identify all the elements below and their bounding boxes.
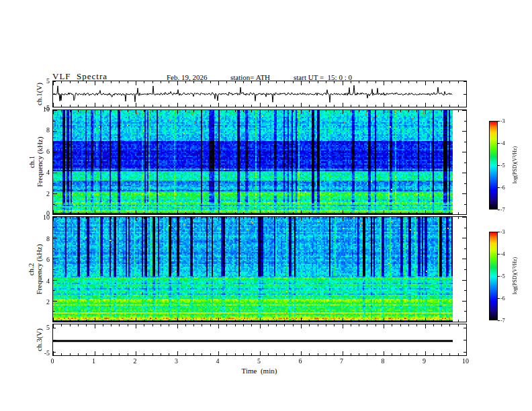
tick-mark	[111, 212, 112, 214]
tick-mark	[251, 353, 252, 355]
tick-mark	[53, 110, 57, 111]
tick-mark	[128, 212, 128, 214]
tick-mark	[95, 110, 95, 114]
tick-mark	[359, 353, 359, 355]
tick-mark	[70, 110, 71, 112]
colorbar-2-unit-label: log(PSD)(V²/Hz)	[512, 253, 518, 300]
tick-mark	[334, 81, 335, 83]
tick-mark	[293, 110, 294, 112]
tick-mark	[78, 320, 79, 322]
tick-mark	[449, 81, 450, 83]
tick-mark	[343, 81, 343, 85]
tick-mark	[464, 163, 466, 163]
tick-mark	[78, 353, 79, 355]
tick-mark	[202, 105, 202, 107]
tick-mark	[441, 110, 442, 112]
ch1-spectrogram-canvas	[53, 110, 453, 214]
x-tick-label: 9	[414, 357, 435, 365]
tick-mark	[193, 212, 194, 214]
tick-mark	[301, 210, 302, 214]
tick-mark	[400, 320, 401, 322]
tick-mark	[161, 212, 161, 214]
tick-mark	[53, 214, 57, 215]
tick-mark	[70, 320, 71, 322]
ch3-waveform-panel	[52, 324, 467, 356]
tick-mark	[185, 353, 186, 355]
tick-mark	[326, 105, 326, 107]
tick-mark	[161, 105, 161, 107]
tick-mark	[284, 217, 285, 219]
tick-mark	[464, 290, 466, 291]
tick-mark	[95, 318, 95, 322]
tick-mark	[218, 351, 219, 355]
tick-mark	[111, 353, 112, 355]
tick-mark	[384, 324, 384, 328]
x-tick-label: 3	[167, 357, 187, 365]
tick-mark	[425, 110, 426, 114]
tick-mark	[498, 210, 500, 210]
tick-mark	[61, 105, 62, 107]
tick-mark	[161, 324, 161, 326]
colorbar-tick-label: -5	[500, 163, 505, 169]
colorbar-tick-label: -4	[500, 251, 505, 257]
tick-mark	[463, 328, 466, 328]
tick-mark	[243, 212, 244, 214]
tick-mark	[70, 81, 71, 83]
tick-mark	[103, 110, 103, 112]
tick-mark	[384, 110, 384, 114]
spec1-y-tick-label: 2	[35, 190, 50, 197]
tick-mark	[243, 110, 244, 112]
tick-mark	[449, 212, 450, 214]
tick-mark	[464, 311, 466, 312]
tick-mark	[268, 81, 269, 83]
tick-mark	[284, 81, 285, 83]
tick-mark	[111, 320, 112, 322]
tick-mark	[218, 217, 219, 221]
tick-mark	[268, 320, 269, 322]
tick-mark	[343, 318, 343, 322]
tick-mark	[185, 110, 186, 112]
tick-mark	[464, 269, 466, 270]
tick-mark	[351, 110, 351, 112]
tick-mark	[53, 301, 57, 302]
tick-mark	[78, 217, 79, 219]
tick-mark	[70, 212, 71, 214]
tick-mark	[226, 105, 227, 107]
tick-mark	[309, 212, 310, 214]
tick-mark	[177, 210, 178, 214]
tick-mark	[458, 110, 459, 112]
ch2-frequency-axis-label: ch.2 Frequency (kHz)	[27, 216, 43, 322]
tick-mark	[284, 212, 285, 214]
tick-mark	[318, 110, 318, 112]
tick-mark	[293, 81, 294, 83]
tick-mark	[466, 217, 467, 221]
tick-mark	[268, 212, 269, 214]
tick-mark	[408, 320, 409, 322]
tick-mark	[416, 320, 417, 322]
tick-mark	[367, 217, 367, 219]
tick-mark	[498, 232, 500, 232]
tick-mark	[53, 238, 57, 238]
tick-mark	[343, 210, 343, 214]
tick-mark	[301, 324, 302, 328]
tick-mark	[433, 110, 434, 112]
tick-mark	[119, 353, 120, 355]
spec2-y-tick-label: 8	[35, 235, 50, 242]
tick-mark	[169, 320, 169, 322]
tick-mark	[301, 103, 302, 107]
tick-mark	[210, 105, 211, 107]
tick-mark	[260, 351, 261, 355]
tick-mark	[202, 324, 202, 326]
tick-mark	[111, 105, 112, 107]
tick-mark	[293, 105, 294, 107]
tick-mark	[128, 217, 128, 219]
tick-mark	[464, 142, 466, 142]
tick-mark	[326, 353, 326, 355]
tick-mark	[326, 217, 326, 219]
wave3-y-tick-label: 5	[35, 324, 50, 331]
tick-mark	[416, 105, 417, 107]
tick-mark	[128, 110, 128, 112]
tick-mark	[161, 81, 161, 83]
tick-mark	[351, 320, 351, 322]
tick-mark	[161, 353, 161, 355]
